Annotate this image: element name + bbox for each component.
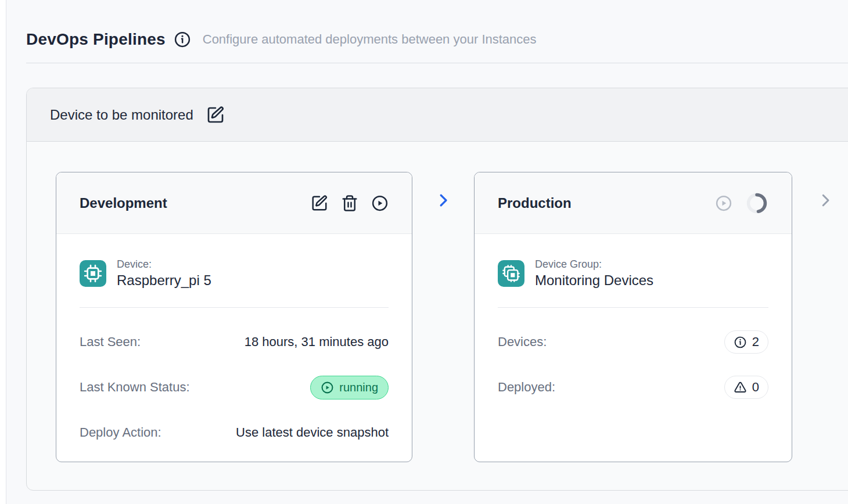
last-seen-value: 18 hours, 31 minutes ago	[245, 334, 389, 350]
play-circle-icon	[715, 195, 732, 212]
production-card-header: Production	[475, 172, 792, 234]
development-card-body: Device: Raspberry_pi 5 Last Seen: 18 hou…	[56, 258, 412, 446]
run-stage-button[interactable]	[371, 195, 389, 212]
pipeline-panel: Device to be monitored Development	[26, 88, 848, 491]
production-card-body: Device Group: Monitoring Devices Devices…	[475, 258, 792, 401]
device-info: Device: Raspberry_pi 5	[117, 258, 211, 289]
stage-card-production: Production	[474, 172, 792, 462]
stage-title: Production	[498, 195, 572, 211]
card-divider	[80, 307, 389, 308]
pipeline-stages: Development	[27, 142, 848, 490]
chevron-right-icon	[817, 192, 834, 209]
device-group-label: Device Group:	[535, 258, 653, 271]
stage-card-development: Development	[56, 172, 412, 462]
device-group-info: Device Group: Monitoring Devices	[535, 258, 653, 289]
warning-triangle-icon	[734, 381, 747, 394]
run-stage-button-disabled[interactable]	[715, 195, 732, 212]
card-divider	[498, 307, 768, 308]
status-text: running	[339, 381, 378, 394]
last-known-status-row: Last Known Status: running	[80, 374, 389, 401]
stage-connector	[412, 172, 474, 462]
delete-stage-button[interactable]	[341, 195, 358, 212]
cpu-chip-stack-icon	[498, 260, 524, 287]
edit-icon	[206, 106, 225, 124]
last-seen-row: Last Seen: 18 hours, 31 minutes ago	[80, 329, 389, 355]
edit-icon	[311, 195, 328, 212]
edit-pipeline-button[interactable]	[206, 106, 225, 124]
edit-stage-button[interactable]	[311, 195, 328, 212]
pipeline-panel-header: Device to be monitored	[27, 88, 848, 142]
last-known-status-label: Last Known Status:	[80, 380, 190, 395]
deployed-label: Deployed:	[498, 380, 555, 395]
deployed-count-badge[interactable]: 0	[724, 376, 768, 399]
info-icon[interactable]	[174, 31, 191, 48]
trash-icon	[341, 195, 358, 212]
device-name: Raspberry_pi 5	[117, 272, 211, 289]
devices-label: Devices:	[498, 334, 547, 350]
development-card-header: Development	[56, 172, 412, 234]
devices-count: 2	[752, 334, 759, 350]
devices-count-badge[interactable]: 2	[724, 330, 768, 354]
pipeline-name: Device to be monitored	[50, 107, 193, 123]
deploy-action-value: Use latest device snapshot	[236, 425, 389, 440]
spinner-icon	[745, 192, 768, 215]
deploy-action-row: Deploy Action: Use latest device snapsho…	[80, 419, 389, 446]
device-group-name: Monitoring Devices	[535, 272, 653, 289]
deploy-action-label: Deploy Action:	[80, 425, 161, 440]
play-circle-icon	[371, 195, 389, 212]
device-group-summary: Device Group: Monitoring Devices	[498, 258, 768, 289]
production-actions	[715, 192, 768, 215]
device-summary: Device: Raspberry_pi 5	[80, 258, 389, 289]
page: DevOps Pipelines Configure automated dep…	[6, 0, 848, 504]
deployed-row: Deployed: 0	[498, 374, 768, 401]
status-badge: running	[310, 376, 389, 399]
info-circle-icon	[734, 336, 747, 349]
last-seen-label: Last Seen:	[80, 334, 141, 350]
stage-title: Development	[80, 195, 167, 211]
devices-row: Devices: 2	[498, 329, 768, 355]
page-header: DevOps Pipelines Configure automated dep…	[6, 0, 848, 49]
cpu-chip-icon	[80, 260, 106, 287]
development-actions	[311, 195, 389, 212]
device-label: Device:	[117, 258, 211, 271]
scroll-next[interactable]	[792, 172, 834, 462]
header-divider	[26, 63, 848, 63]
page-subtitle: Configure automated deployments between …	[203, 32, 537, 47]
play-circle-icon	[321, 381, 334, 394]
chevron-right-icon	[434, 192, 452, 209]
deployed-count: 0	[752, 380, 759, 395]
page-title: DevOps Pipelines	[26, 30, 166, 49]
